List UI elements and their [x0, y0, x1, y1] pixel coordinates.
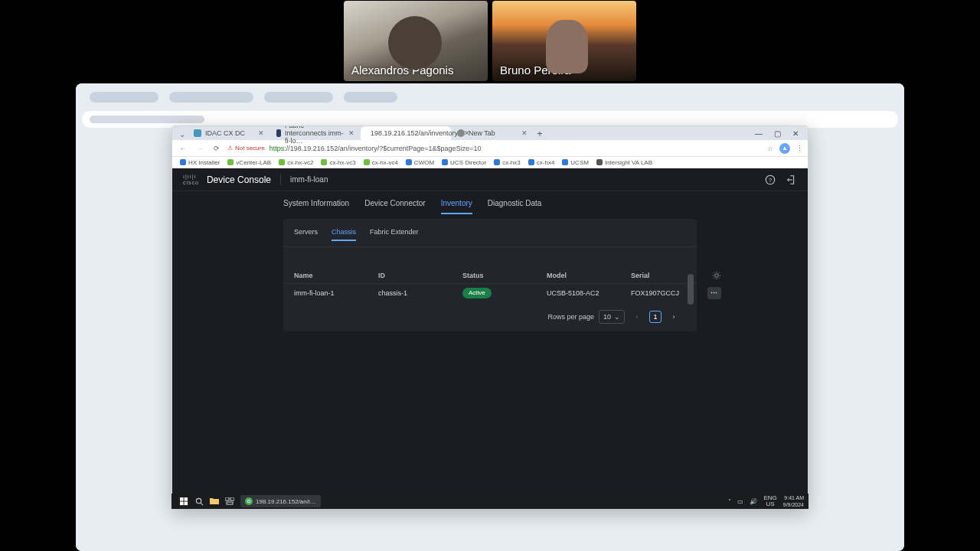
participant-2[interactable]: Bruno Pereira [492, 1, 636, 81]
tray-monitor-icon[interactable]: ▭ [737, 498, 743, 505]
participant-1[interactable]: Alexandros Pagonis [344, 1, 488, 81]
window-close-button[interactable]: ✕ [786, 126, 805, 140]
url-display[interactable]: https://198.19.216.152/an/inventory/?$cu… [270, 145, 482, 152]
bookmark-item[interactable]: cx-hx4 [528, 159, 555, 166]
app-title: Device Console [207, 174, 271, 185]
bookmark-favicon [494, 159, 500, 165]
subtab-servers[interactable]: Servers [294, 228, 318, 240]
bookmark-item[interactable]: cx-hx-vc3 [321, 159, 355, 166]
kebab-menu-icon[interactable]: ⋮ [796, 145, 803, 152]
nav-diagnostic-data[interactable]: Diagnostic Data [488, 193, 542, 214]
svg-point-13 [248, 500, 250, 502]
table-settings-icon[interactable] [712, 271, 721, 280]
col-status[interactable]: Status [462, 272, 547, 279]
warning-icon: ⚠ [227, 145, 233, 152]
bookmark-favicon [562, 159, 568, 165]
tab-4-close-icon[interactable]: ✕ [521, 129, 528, 137]
nav-device-connector[interactable]: Device Connector [364, 193, 425, 214]
tab-2[interactable]: Fabric Interconnects imm-fi-lo… ✕ [270, 126, 361, 140]
col-id[interactable]: ID [378, 272, 462, 279]
status-badge: Active [462, 288, 492, 298]
bookmark-item[interactable]: CWOM [406, 159, 434, 166]
main-nav: System InformationDevice ConnectorInvent… [172, 191, 808, 214]
browser-window: ⌄ IDAC CX DC ✕ Fabric Interconnects imm-… [172, 126, 808, 509]
start-button[interactable] [176, 494, 191, 509]
bookmark-label: Intersight VA LAB [605, 159, 652, 166]
bookmark-item[interactable]: UCS Director [442, 159, 486, 166]
profile-avatar-icon[interactable]: ▲ [779, 143, 790, 154]
nav-back-button[interactable]: ← [177, 142, 189, 155]
video-thumbnails: Alexandros Pagonis Bruno Pereira [344, 1, 636, 81]
bookmark-label: CWOM [414, 159, 434, 166]
not-secure-label: Not secure [235, 145, 265, 152]
tab-2-close-icon[interactable]: ✕ [348, 129, 354, 137]
cell-id: chassis-1 [378, 289, 462, 297]
cell-model: UCSB-5108-AC2 [547, 289, 631, 297]
bookmark-label: cx-hx4 [537, 159, 555, 166]
bookmark-item[interactable]: UCSM [562, 159, 589, 166]
tab-3[interactable]: 198.19.216.152/an/inventory/ ✕ [361, 126, 451, 140]
col-model[interactable]: Model [547, 272, 631, 279]
tab-4[interactable]: New Tab ✕ [451, 126, 534, 140]
taskview-icon[interactable] [222, 494, 237, 509]
subtab-fabric-extender[interactable]: Fabric Extender [370, 228, 419, 240]
bookmark-favicon [442, 159, 448, 165]
help-icon[interactable]: ? [765, 174, 776, 185]
device-name: imm-fi-loan [290, 175, 328, 184]
url-scheme: https [270, 145, 285, 152]
table-header-row: Name ID Status Model Serial [283, 267, 697, 284]
svg-rect-5 [180, 501, 184, 505]
nav-system-information[interactable]: System Information [283, 193, 349, 214]
table-row[interactable]: imm-fi-loan-1 chassis-1 Active UCSB-5108… [283, 284, 697, 302]
app-header: ı|ıı|ı cisco Device Console imm-fi-loan … [172, 168, 808, 191]
device-console-app: ı|ıı|ı cisco Device Console imm-fi-loan … [172, 168, 808, 508]
inventory-table: Name ID Status Model Serial imm-fi-loan-… [283, 247, 697, 302]
nav-forward-button[interactable]: → [194, 142, 206, 155]
rows-per-page-select[interactable]: 10 ⌄ [599, 310, 625, 324]
bookmark-favicon [227, 159, 234, 165]
row-actions-icon[interactable]: ⋯ [707, 287, 721, 299]
page-current: 1 [649, 311, 662, 323]
url-rest: ://198.19.216.152/an/inventory/?$current… [284, 145, 481, 152]
bookmark-favicon [279, 159, 285, 165]
file-explorer-icon[interactable] [207, 494, 222, 509]
tray-clock[interactable]: 9:41 AM9/9/2024 [783, 494, 804, 508]
bookmark-favicon [321, 159, 327, 165]
bookmark-label: cx-hx-vc4 [372, 159, 398, 166]
svg-rect-4 [184, 497, 188, 501]
tab-search-icon[interactable]: ⌄ [177, 128, 188, 140]
tray-volume-icon[interactable]: 🔊 [750, 498, 757, 505]
col-name[interactable]: Name [294, 272, 378, 279]
tray-language[interactable]: ENGUS [763, 495, 776, 507]
page-prev-button[interactable]: ‹ [631, 311, 643, 323]
taskbar-search-icon[interactable] [191, 494, 207, 509]
windows-taskbar: 198.19.216.152/an/i… ˄ ▭ 🔊 ENGUS 9:41 AM… [172, 494, 808, 509]
svg-point-2 [715, 273, 719, 277]
bookmark-label: cx-hx3 [502, 159, 521, 166]
bookmark-item[interactable]: Intersight VA LAB [596, 159, 652, 166]
bookmark-item[interactable]: cx-hx3 [494, 159, 521, 166]
svg-rect-8 [225, 497, 229, 500]
window-minimize-button[interactable]: — [750, 126, 768, 140]
scrollbar[interactable] [688, 274, 694, 305]
subtab-chassis[interactable]: Chassis [332, 228, 356, 240]
nav-reload-button[interactable]: ⟳ [211, 142, 223, 155]
bookmark-item[interactable]: HX Installer [180, 159, 220, 166]
taskbar-active-app[interactable]: 198.19.216.152/an/i… [240, 495, 321, 507]
bookmark-item[interactable]: cx-hx-vc4 [364, 159, 398, 166]
tray-chevron-icon[interactable]: ˄ [728, 498, 731, 505]
svg-rect-9 [230, 497, 234, 500]
nav-inventory[interactable]: Inventory [441, 193, 472, 214]
logout-icon[interactable] [786, 174, 797, 185]
page-next-button[interactable]: › [668, 311, 680, 323]
window-maximize-button[interactable]: ▢ [768, 126, 786, 140]
bookmark-star-icon[interactable]: ☆ [767, 145, 773, 152]
tab-1-close-icon[interactable]: ✕ [258, 129, 264, 137]
tab-1[interactable]: IDAC CX DC ✕ [188, 126, 270, 140]
bookmark-item[interactable]: cx-hx-vc2 [279, 159, 313, 166]
bookmark-item[interactable]: vCenter-LAB [227, 159, 271, 166]
bookmark-favicon [528, 159, 534, 165]
new-tab-button[interactable]: + [534, 128, 546, 140]
security-indicator[interactable]: ⚠ Not secure [227, 145, 265, 152]
cisco-logo: ı|ıı|ı cisco [183, 174, 199, 186]
